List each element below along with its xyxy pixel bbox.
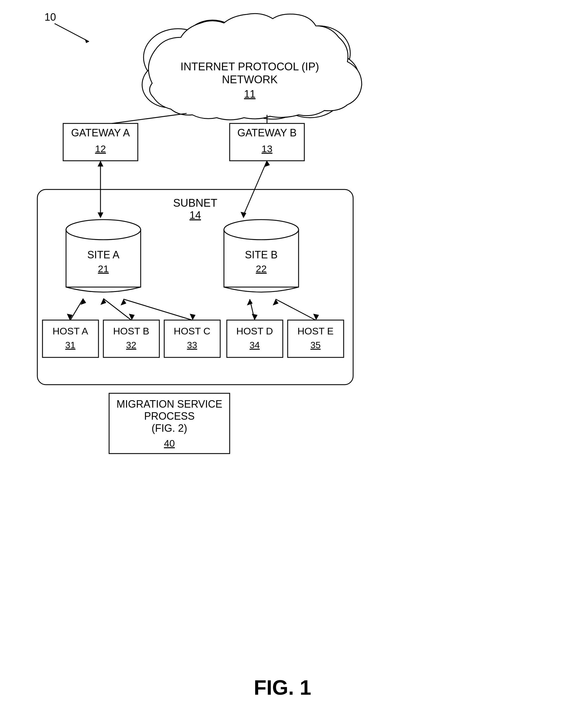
host-e-number: 35	[310, 340, 321, 350]
host-c-label: HOST C	[174, 326, 210, 336]
site-a-cylinder-top	[66, 220, 141, 240]
migration-label-3: (FIG. 2)	[152, 422, 187, 434]
site-b-label: SITE B	[245, 249, 278, 261]
migration-label-1: MIGRATION SERVICE	[117, 398, 222, 410]
site-b-cylinder-top	[224, 220, 299, 240]
fig-label: FIG. 1	[254, 676, 311, 699]
gateway-b-arrow-up	[264, 161, 270, 167]
cloud-shape: INTERNET PROTOCOL (IP) NETWORK 11	[142, 13, 362, 120]
svg-line-0	[55, 24, 89, 42]
host-e-label: HOST E	[297, 326, 334, 336]
diagram-container: 10 INTERNET PROTOCOL (IP) NET	[0, 0, 565, 728]
cloud-to-gateway-a-line	[112, 113, 187, 123]
host-c-number: 33	[187, 340, 197, 350]
cloud-label-2: NETWORK	[222, 73, 278, 86]
cloud-label: INTERNET PROTOCOL (IP)	[181, 61, 319, 73]
subnet-label: SUBNET	[173, 197, 217, 209]
host-b-number: 32	[126, 340, 136, 350]
host-d-label: HOST D	[236, 326, 273, 336]
gateway-b-label: GATEWAY B	[237, 127, 297, 139]
gateway-b-number: 13	[262, 143, 272, 154]
gateway-a-label: GATEWAY A	[71, 127, 130, 139]
gateway-a-arrow-up	[98, 161, 103, 166]
host-b-label: HOST B	[113, 326, 149, 336]
site-b-number: 22	[256, 263, 267, 274]
site-a-label: SITE A	[87, 249, 119, 261]
site-a-number: 21	[98, 263, 109, 274]
subnet-number: 14	[189, 209, 201, 221]
host-d-number: 34	[249, 340, 260, 350]
cloud-number: 11	[244, 88, 256, 100]
migration-number: 40	[164, 438, 175, 449]
migration-label-2: PROCESS	[144, 410, 195, 422]
label-10: 10	[44, 11, 56, 23]
host-a-label: HOST A	[53, 326, 88, 336]
gateway-a-number: 12	[95, 143, 106, 154]
host-a-number: 31	[65, 340, 76, 350]
